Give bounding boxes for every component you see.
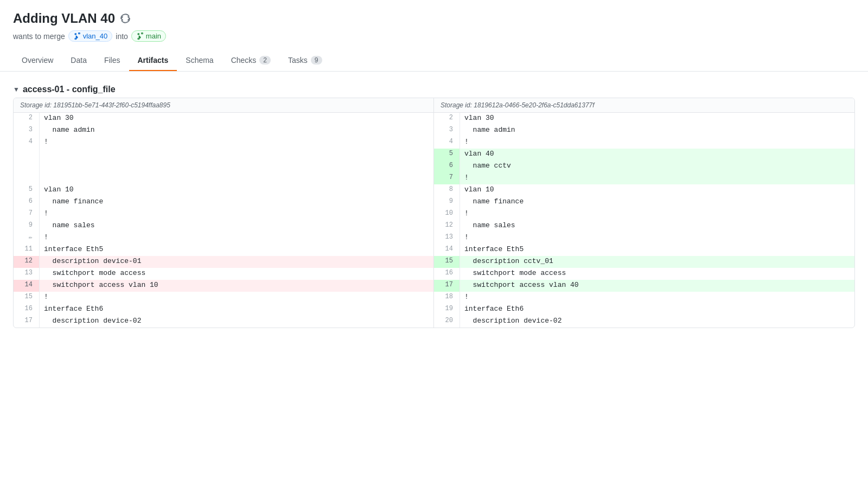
diff-line: ✏! <box>14 232 433 244</box>
line-content: description device-02 <box>40 316 433 328</box>
diff-line: 18! <box>434 292 854 304</box>
line-content: name admin <box>460 125 854 137</box>
line-content: interface Eth5 <box>460 244 854 256</box>
diff-line: 15! <box>14 292 433 304</box>
line-number: 17 <box>14 316 40 328</box>
line-number: 14 <box>14 280 40 292</box>
line-number: 16 <box>14 304 40 316</box>
tabs: OverviewDataFilesArtifactsSchemaChecks2T… <box>13 50 855 71</box>
diff-line <box>14 149 433 161</box>
line-content: vlan 10 <box>40 184 433 196</box>
line-number: 14 <box>434 244 460 256</box>
diff-line: 13 switchport mode access <box>14 268 433 280</box>
line-content: ! <box>460 137 854 149</box>
line-number: 10 <box>434 208 460 220</box>
line-number: 2 <box>14 113 40 125</box>
tab-schema[interactable]: Schema <box>177 50 222 71</box>
tab-label-schema: Schema <box>186 56 213 65</box>
page-header: Adding VLAN 40 wants to merge vlan_40 in… <box>0 0 868 72</box>
target-branch-label: main <box>146 32 161 40</box>
line-number <box>14 161 40 172</box>
diff-line: 4! <box>14 137 433 149</box>
main-content: ▼ access-01 - config_file Storage id: 18… <box>0 72 868 354</box>
diff-line <box>14 172 433 184</box>
diff-line: 5vlan 40 <box>434 149 854 161</box>
line-number: 18 <box>434 292 460 304</box>
diff-line <box>14 161 433 172</box>
tab-overview[interactable]: Overview <box>13 50 62 71</box>
line-content: description cctv_01 <box>460 256 854 268</box>
diff-line: 9 name finance <box>434 196 854 208</box>
diff-line: 2vlan 30 <box>14 113 433 125</box>
line-number: 11 <box>14 244 40 256</box>
line-content: switchport mode access <box>40 268 433 280</box>
line-number: 4 <box>434 137 460 149</box>
diff-line: 17 description device-02 <box>14 316 433 328</box>
diff-line: 4! <box>434 137 854 149</box>
line-content: description device-02 <box>460 316 854 328</box>
line-content: interface Eth6 <box>40 304 433 316</box>
line-content: description device-01 <box>40 256 433 268</box>
diff-line: 5vlan 10 <box>14 184 433 196</box>
diff-line: 11interface Eth5 <box>14 244 433 256</box>
tab-checks[interactable]: Checks2 <box>222 50 279 71</box>
line-number: 16 <box>434 268 460 280</box>
diff-line: 6 name cctv <box>434 161 854 172</box>
chevron-down-icon[interactable]: ▼ <box>13 86 20 93</box>
diff-line: 19interface Eth6 <box>434 304 854 316</box>
line-content <box>40 172 433 184</box>
line-content: ! <box>40 137 433 149</box>
line-content: interface Eth5 <box>40 244 433 256</box>
page-title: Adding VLAN 40 <box>13 11 115 26</box>
line-number <box>14 172 40 184</box>
right-storage-id: Storage id: 1819612a-0466-5e20-2f6a-c51d… <box>434 98 854 113</box>
line-number: 17 <box>434 280 460 292</box>
line-number: 5 <box>434 149 460 161</box>
target-branch-badge[interactable]: main <box>131 30 166 42</box>
diff-line: 3 name admin <box>14 125 433 137</box>
diff-line: 14interface Eth5 <box>434 244 854 256</box>
line-number: 9 <box>14 220 40 232</box>
line-content: name finance <box>460 196 854 208</box>
line-content: ! <box>460 172 854 184</box>
diff-line: 3 name admin <box>434 125 854 137</box>
line-content: ! <box>40 208 433 220</box>
tab-label-overview: Overview <box>22 56 53 65</box>
diff-line: 16 switchport mode access <box>434 268 854 280</box>
line-number: 3 <box>434 125 460 137</box>
line-content: name sales <box>40 220 433 232</box>
tab-label-checks: Checks <box>231 56 257 65</box>
line-content: vlan 30 <box>460 113 854 125</box>
line-number: 4 <box>14 137 40 149</box>
left-storage-id: Storage id: 181951bb-5e71-443f-2f60-c519… <box>14 98 433 113</box>
diff-line: 10! <box>434 208 854 220</box>
left-diff-lines: 2vlan 303 name admin4!5vlan 106 name fin… <box>14 113 433 328</box>
diff-line: 6 name finance <box>14 196 433 208</box>
tab-files[interactable]: Files <box>95 50 129 71</box>
refresh-icon[interactable] <box>120 14 130 23</box>
diff-line: 16interface Eth6 <box>14 304 433 316</box>
into-text: into <box>116 32 128 41</box>
tab-data[interactable]: Data <box>62 50 95 71</box>
line-number: 5 <box>14 184 40 196</box>
line-content <box>40 161 433 172</box>
line-number: ✏ <box>14 232 40 244</box>
artifact-section: ▼ access-01 - config_file Storage id: 18… <box>13 85 855 328</box>
tab-artifacts[interactable]: Artifacts <box>129 50 177 71</box>
line-number: 13 <box>434 232 460 244</box>
tab-badge-checks: 2 <box>259 56 271 65</box>
right-diff-lines: 2vlan 303 name admin4!5vlan 406 name cct… <box>434 113 854 328</box>
source-branch-badge[interactable]: vlan_40 <box>68 30 113 42</box>
tab-label-data: Data <box>71 56 87 65</box>
diff-line: 14 switchport access vlan 10 <box>14 280 433 292</box>
line-number: 2 <box>434 113 460 125</box>
line-content: switchport access vlan 10 <box>40 280 433 292</box>
line-number: 9 <box>434 196 460 208</box>
line-number: 6 <box>434 161 460 172</box>
line-number: 20 <box>434 316 460 328</box>
subtitle-row: wants to merge vlan_40 into main <box>13 30 855 42</box>
line-number: 12 <box>434 220 460 232</box>
line-number: 15 <box>14 292 40 304</box>
tab-tasks[interactable]: Tasks9 <box>279 50 330 71</box>
tab-label-files: Files <box>104 56 120 65</box>
